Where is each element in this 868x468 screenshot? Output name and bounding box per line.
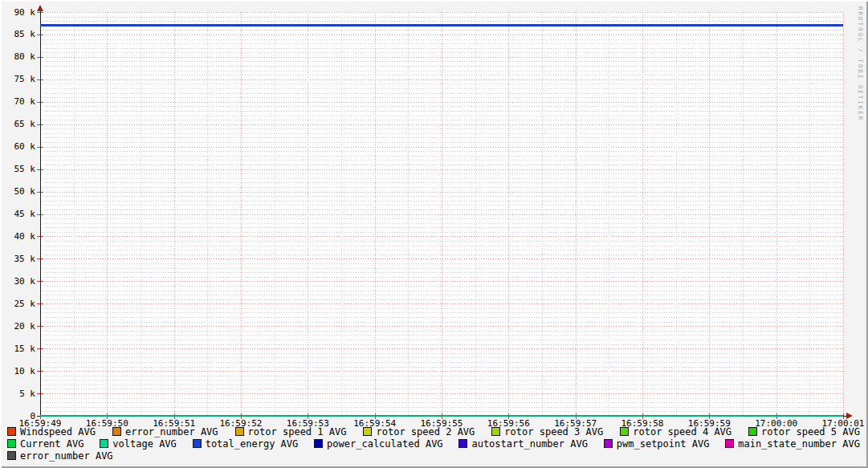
y-axis-label: 80 k [0, 51, 35, 62]
legend-swatch-icon [363, 427, 372, 436]
gridline-v-major [642, 12, 643, 416]
y-axis-label: 65 k [0, 119, 35, 129]
y-axis-label: 90 k [0, 7, 35, 18]
y-axis-label: 20 k [0, 321, 35, 332]
y-axis-label: 75 k [0, 74, 35, 84]
legend-swatch-icon [458, 439, 467, 448]
series-line-baseline-series-at-zero-current-voltage-etc- [40, 415, 843, 417]
legend-label: error_number AVG [20, 450, 113, 462]
legend-item-autostart-number-avg: autostart_number AVG [458, 438, 588, 450]
gridline-v-major [174, 12, 175, 416]
gridline-v-major [107, 12, 108, 416]
gridline-v-minor [743, 12, 744, 416]
gridline-v-minor [341, 12, 342, 416]
legend-row: Current AVGvoltage AVGtotal_energy AVGpo… [7, 437, 860, 450]
legend-label: autostart_number AVG [471, 438, 588, 450]
y-axis-label: 10 k [0, 366, 35, 376]
legend-item-pwm-setpoint-avg: pwm_setpoint AVG [604, 438, 710, 450]
y-axis-label: 30 k [0, 276, 35, 287]
legend-item-rotor-speed-5-avg: rotor speed 5 AVG [748, 426, 860, 437]
y-axis-label: 15 k [0, 344, 35, 354]
y-axis-label: 25 k [0, 299, 35, 309]
legend-item-rotor-speed-4-avg: rotor speed 4 AVG [620, 426, 731, 437]
gridline-v-minor [609, 12, 609, 416]
legend-label: total_energy AVG [206, 438, 299, 450]
legend-item-voltage-avg: voltage AVG [100, 438, 176, 450]
legend-label: Current AVG [20, 438, 84, 450]
gridline-v-major [843, 12, 844, 416]
y-axis-label: 5 k [0, 389, 35, 399]
legend-item-current-avg: Current AVG [7, 438, 84, 450]
y-axis-label: 45 k [0, 209, 35, 219]
legend-swatch-icon [235, 427, 244, 436]
gridline-v-major [709, 12, 710, 416]
y-axis-label: 85 k [0, 29, 35, 39]
legend-row: Windspeed AVGerror_number AVGrotor speed… [7, 425, 860, 437]
watermark: RRDTOOL / TOBI OETIKER [857, 6, 864, 121]
legend-row: error_number AVG [7, 450, 860, 462]
legend-label: Windspeed AVG [20, 426, 96, 437]
legend-item-error-number-avg: error_number AVG [7, 450, 113, 462]
legend-swatch-icon [604, 439, 613, 448]
gridline-v-major [776, 12, 777, 416]
legend-swatch-icon [7, 427, 16, 436]
gridline-v-minor [676, 12, 677, 416]
y-axis-label: 60 k [0, 141, 35, 152]
legend-swatch-icon [725, 439, 734, 448]
y-axis-arrow-icon [37, 5, 43, 11]
y-axis-label: 35 k [0, 254, 35, 264]
legend: Windspeed AVGerror_number AVGrotor speed… [7, 425, 860, 462]
series-line-total-energy-avg [40, 24, 843, 26]
legend-label: rotor speed 1 AVG [248, 426, 347, 437]
gridline-v-minor [74, 12, 75, 416]
legend-swatch-icon [491, 427, 500, 436]
legend-label: voltage AVG [112, 438, 176, 450]
legend-label: pwm_setpoint AVG [617, 438, 710, 450]
legend-item-power-calculated-avg: power_calculated AVG [314, 438, 443, 450]
gridline-v-minor [475, 12, 476, 416]
gridline-v-major [241, 12, 242, 416]
y-axis-label: 40 k [0, 231, 35, 242]
gridline-v-major [375, 12, 376, 416]
legend-swatch-icon [100, 439, 108, 448]
y-axis-label: 50 k [0, 186, 35, 197]
y-axis-label: 55 k [0, 164, 35, 174]
legend-swatch-icon [7, 439, 16, 448]
rrdtool-graph: 05 k10 k15 k20 k25 k30 k35 k40 k45 k50 k… [0, 0, 868, 468]
legend-item-total-energy-avg: total_energy AVG [193, 438, 299, 450]
gridline-v-minor [207, 12, 208, 416]
x-axis-arrow-icon [846, 413, 853, 419]
legend-swatch-icon [7, 451, 16, 460]
legend-swatch-icon [193, 439, 202, 448]
gridline-v-major [508, 12, 509, 416]
gridline-v-major [308, 12, 308, 416]
gridline-v-minor [275, 12, 275, 416]
legend-swatch-icon [314, 439, 323, 448]
gridline-v-minor [542, 12, 543, 416]
legend-label: rotor speed 5 AVG [761, 426, 860, 437]
gridline-v-minor [809, 12, 810, 416]
gridline-v-major [576, 12, 577, 416]
gridline-v-minor [141, 12, 141, 416]
legend-label: rotor speed 4 AVG [633, 426, 731, 437]
legend-label: error_number AVG [125, 426, 218, 437]
legend-swatch-icon [748, 427, 757, 436]
legend-item-rotor-speed-2-avg: rotor speed 2 AVG [363, 426, 475, 437]
legend-label: power_calculated AVG [327, 438, 443, 450]
legend-label: rotor speed 3 AVG [504, 426, 603, 437]
y-axis-label: 70 k [0, 96, 35, 107]
legend-item-error-number-avg: error_number AVG [112, 426, 218, 437]
legend-swatch-icon [620, 427, 629, 436]
legend-label: main_state_number AVG [738, 438, 860, 450]
y-axis-line [40, 10, 41, 417]
legend-item-main-state-number-avg: main_state_number AVG [725, 438, 860, 450]
legend-item-rotor-speed-1-avg: rotor speed 1 AVG [235, 426, 347, 437]
legend-swatch-icon [112, 427, 121, 436]
legend-item-windspeed-avg: Windspeed AVG [7, 426, 96, 437]
legend-item-rotor-speed-3-avg: rotor speed 3 AVG [491, 426, 603, 437]
legend-label: rotor speed 2 AVG [376, 426, 475, 437]
gridline-v-major [442, 12, 442, 416]
gridline-v-minor [408, 12, 409, 416]
